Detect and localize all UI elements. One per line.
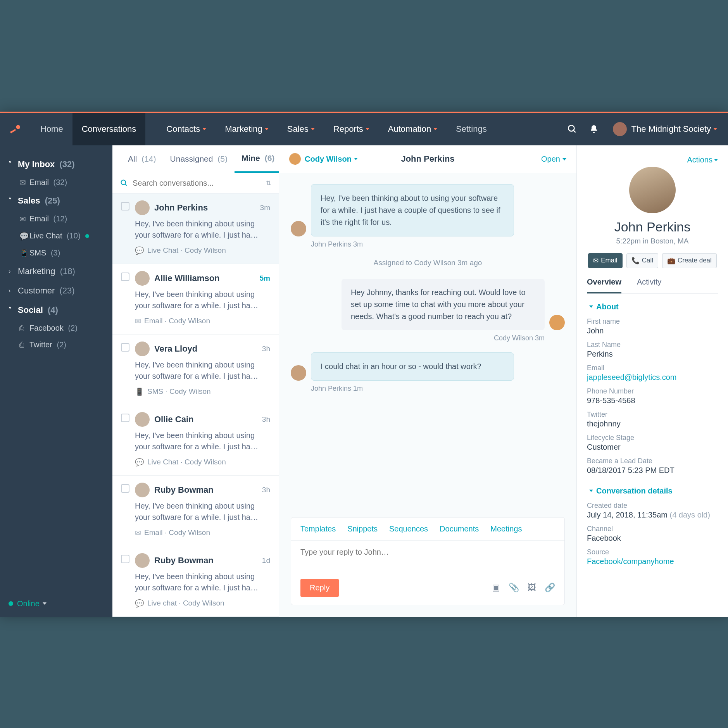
conversation-item[interactable]: Allie Williamson 5m Hey, I've been think… [112, 264, 279, 335]
thread-topbar: Cody Wilson John Perkins Open [279, 145, 576, 173]
profile-name: John Perkins [587, 219, 718, 235]
channel-icon: ✉ [135, 528, 141, 537]
channel-icon: 💬 [135, 599, 144, 608]
sidebar-group-count: (4) [48, 305, 58, 315]
checkbox[interactable] [121, 484, 129, 493]
message-list: Hey, I've been thinking about to using y… [279, 173, 576, 511]
thread-status-dropdown[interactable]: Open [541, 155, 566, 164]
profile-actions-dropdown[interactable]: Actions [687, 155, 718, 164]
chevron-down-icon [311, 128, 315, 130]
checkbox[interactable] [121, 555, 129, 563]
nav-contacts[interactable]: Contacts [157, 113, 216, 145]
checkbox[interactable] [121, 414, 129, 422]
conversation-item[interactable]: John Perkins 3m Hey, I've been thinking … [112, 193, 279, 264]
checkbox[interactable] [121, 273, 129, 281]
conversation-item[interactable]: Ollie Cain 3h Hey, I've been thinking ab… [112, 405, 279, 476]
status-online[interactable]: Online [0, 591, 112, 617]
reply-input[interactable] [291, 541, 564, 572]
email-button[interactable]: ✉Email [588, 253, 623, 268]
nav-automation[interactable]: Automation [379, 113, 447, 145]
sidebar-item-count: (2) [57, 340, 66, 349]
nav-sales[interactable]: Sales [278, 113, 324, 145]
attach-icon[interactable]: 📎 [509, 583, 519, 593]
sidebar-item[interactable]: 📱SMS (3) [0, 245, 112, 262]
avatar [291, 365, 306, 381]
assignee-selector[interactable]: Cody Wilson [289, 153, 358, 165]
call-button[interactable]: 📞Call [626, 253, 658, 268]
channel-icon: ✉ [19, 178, 29, 187]
reply-button[interactable]: Reply [300, 579, 339, 597]
sidebar-item[interactable]: ✉Email (12) [0, 210, 112, 228]
tab-mine[interactable]: Mine (6) [235, 145, 281, 173]
nav-reports[interactable]: Reports [324, 113, 379, 145]
account-menu[interactable]: The Midnight Society [608, 122, 728, 136]
chevron-down-icon [562, 158, 566, 160]
section-conversation-details[interactable]: Conversation details [587, 486, 718, 495]
nav-conversations[interactable]: Conversations [72, 113, 146, 145]
field-value-source[interactable]: Facebook/companyhome [587, 557, 718, 566]
sidebar-group[interactable]: ˅My Inbox (32) [0, 155, 112, 174]
checkbox[interactable] [121, 202, 129, 210]
search-input[interactable] [133, 179, 266, 188]
conversation-item[interactable]: Ruby Bowman 1d Hey, I've been thinking a… [112, 546, 279, 617]
sidebar-item-count: (10) [67, 231, 81, 240]
sidebar-group[interactable]: ˅Sales (25) [0, 191, 112, 210]
insert-link-icon[interactable]: 🔗 [545, 583, 555, 593]
composer-tab-sequences[interactable]: Sequences [389, 524, 428, 533]
sidebar-group[interactable]: ›Marketing (18) [0, 262, 112, 281]
insert-image-icon[interactable]: 🖼 [528, 583, 536, 593]
field-value-email[interactable]: jappleseed@biglytics.com [587, 373, 718, 382]
message-bubble: I could chat in an hour or so - would th… [311, 352, 514, 381]
sidebar-item[interactable]: 💬Live Chat (10) [0, 228, 112, 245]
chevron-down-icon: ˅ [9, 306, 14, 314]
nav-settings[interactable]: Settings [447, 113, 496, 145]
notifications-icon[interactable] [583, 124, 605, 134]
timestamp: 1d [262, 556, 270, 565]
tab-all[interactable]: All (14) [121, 145, 163, 173]
search-icon[interactable] [561, 124, 583, 134]
create-deal-button[interactable]: 💼Create deal [662, 253, 717, 268]
composer-tab-meetings[interactable]: Meetings [490, 524, 522, 533]
sidebar-item-count: (3) [51, 248, 60, 257]
contact-name: Allie Williamson [154, 273, 220, 283]
conversation-item[interactable]: Vera Lloyd 3h Hey, I've been thinking ab… [112, 335, 279, 405]
chevron-down-icon [713, 128, 717, 130]
composer-tabs: Templates Snippets Sequences Documents M… [291, 518, 564, 541]
account-name: The Midnight Society [631, 124, 711, 134]
conversation-meta: 📱SMS · Cody Wilson [135, 387, 270, 396]
contact-name: Vera Lloyd [154, 344, 197, 354]
sidebar-item[interactable]: ⎙Twitter (2) [0, 336, 112, 353]
chevron-down-icon [433, 128, 437, 130]
avatar [135, 342, 150, 356]
avatar [135, 553, 150, 568]
sidebar-group-count: (18) [60, 266, 75, 276]
profile-tab-overview[interactable]: Overview [587, 278, 621, 293]
conversation-item[interactable]: Ruby Bowman 3h Hey, I've been thinking a… [112, 476, 279, 546]
composer-tab-snippets[interactable]: Snippets [347, 524, 378, 533]
section-about[interactable]: About [587, 302, 718, 311]
sidebar-item[interactable]: ✉Email (32) [0, 174, 112, 191]
tab-unassigned[interactable]: Unassigned (5) [163, 145, 235, 173]
chevron-down-icon [43, 602, 47, 605]
sort-icon[interactable]: ⇅ [266, 179, 271, 187]
conversation-meta: 💬Live Chat · Cody Wilson [135, 246, 270, 255]
sidebar-group[interactable]: ›Customer (23) [0, 281, 112, 300]
checkbox[interactable] [121, 343, 129, 352]
insert-kb-icon[interactable]: ▣ [492, 583, 500, 593]
sidebar-group[interactable]: ˅Social (4) [0, 300, 112, 320]
nav-home[interactable]: Home [31, 113, 72, 145]
search-bar: ⇅ [112, 173, 279, 193]
contact-profile-panel: Actions John Perkins 5:22pm in Boston, M… [577, 145, 728, 617]
email-icon: ✉ [593, 257, 599, 265]
composer-tab-documents[interactable]: Documents [440, 524, 479, 533]
sidebar-item[interactable]: ⎙Facebook (2) [0, 320, 112, 336]
channel-icon: 💬 [135, 458, 144, 467]
channel-icon: ⎙ [19, 340, 29, 349]
profile-tab-activity[interactable]: Activity [637, 278, 661, 293]
svg-point-5 [121, 180, 126, 185]
field-label: Source [587, 548, 718, 556]
avatar [135, 412, 150, 427]
composer-tab-templates[interactable]: Templates [300, 524, 336, 533]
nav-marketing[interactable]: Marketing [216, 113, 278, 145]
hubspot-logo-icon[interactable] [0, 123, 31, 135]
